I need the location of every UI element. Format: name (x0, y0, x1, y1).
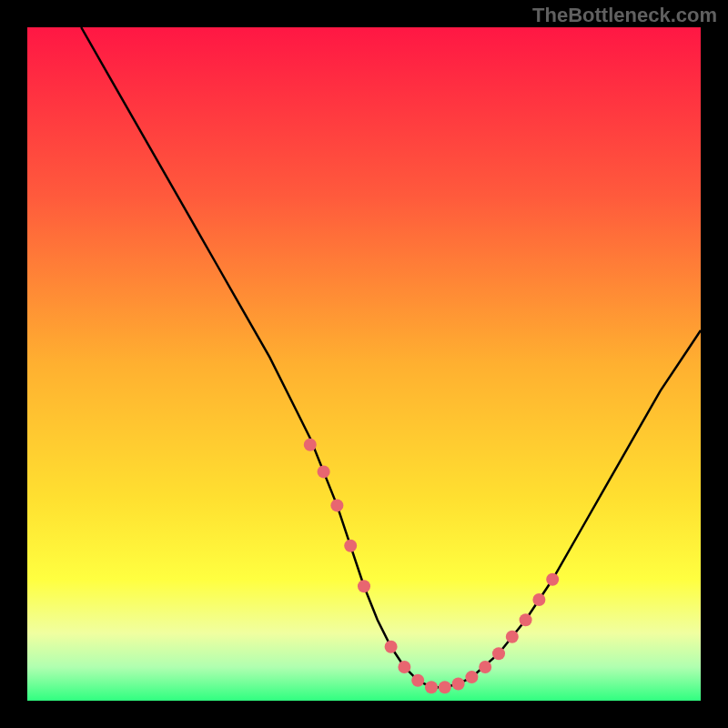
chart-marker (492, 647, 505, 660)
chart-marker (439, 681, 451, 693)
chart-svg (27, 27, 701, 701)
chart-marker (385, 641, 398, 653)
chart-marker (344, 540, 357, 552)
chart-marker (465, 671, 478, 683)
chart-marker (318, 465, 330, 478)
chart-marker (479, 661, 491, 673)
watermark-text: TheBottleneck.com (532, 4, 717, 27)
chart-marker (330, 499, 343, 511)
chart-marker (532, 593, 545, 606)
chart-marker (520, 613, 532, 626)
chart-marker (411, 674, 424, 687)
chart-plot-area (27, 27, 701, 701)
chart-marker (546, 573, 559, 586)
chart-marker (452, 678, 465, 691)
chart-marker (398, 661, 410, 673)
chart-background (27, 27, 701, 701)
chart-marker (425, 681, 438, 693)
chart-marker (304, 439, 317, 451)
chart-marker (358, 580, 370, 592)
chart-marker (506, 631, 519, 643)
